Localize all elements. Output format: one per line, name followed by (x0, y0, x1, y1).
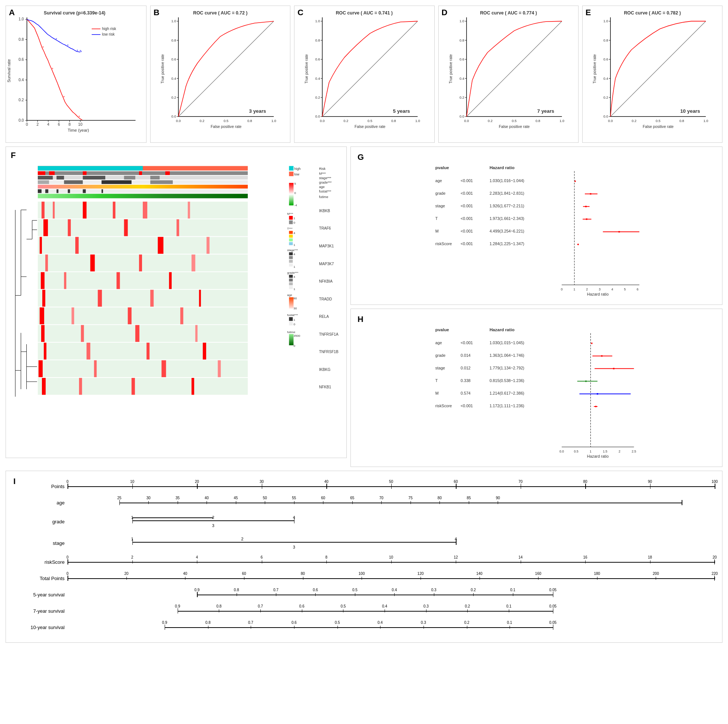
svg-rect-212 (40, 308, 44, 324)
svg-rect-213 (72, 308, 74, 324)
svg-text:1.0: 1.0 (559, 119, 564, 123)
svg-rect-207 (98, 290, 102, 307)
svg-text:0: 0 (561, 288, 563, 291)
svg-rect-140 (38, 171, 248, 175)
svg-text:4: 4 (294, 275, 295, 279)
svg-text:-4: -4 (294, 204, 297, 207)
svg-rect-274 (289, 242, 293, 245)
svg-text:True positive rate: True positive rate (593, 54, 597, 83)
svg-rect-338 (590, 193, 592, 195)
svg-text:1.973(1.661~2.343): 1.973(1.661~2.343) (489, 216, 525, 221)
svg-rect-273 (289, 239, 293, 242)
svg-text:0.2: 0.2 (488, 119, 492, 123)
svg-text:False positive rate: False positive rate (355, 125, 386, 129)
nomo-row-totalpoints: Total Points 0 20 40 60 80 100 120 140 (23, 572, 715, 585)
panel-i: I Points 0 10 20 30 (6, 471, 722, 643)
svg-rect-176 (83, 202, 86, 219)
svg-text:M***: M*** (287, 212, 294, 216)
svg-rect-229 (38, 360, 248, 377)
svg-text:0.2: 0.2 (603, 96, 608, 99)
roc-e-svg: ROC curve ( AUC = 0.782 ) 0.0 0.2 0.4 0.… (583, 6, 722, 139)
svg-text:8: 8 (69, 122, 71, 127)
panel-a-label: A (9, 8, 15, 17)
nomo-scale-10yr: 0.9 0.8 0.7 0.6 0.5 0.4 0.3 0.2 0.1 0.05 (67, 620, 715, 634)
svg-text:0.4: 0.4 (18, 78, 24, 82)
svg-rect-190 (158, 237, 163, 254)
svg-text:True positive rate: True positive rate (448, 54, 453, 83)
svg-text:stage***: stage*** (319, 176, 331, 180)
svg-text:riskScore: riskScore (435, 404, 452, 408)
svg-text:0.6: 0.6 (171, 58, 176, 61)
roc-d-svg: ROC curve ( AUC = 0.774 ) 0.0 0.2 0.4 0.… (439, 6, 578, 139)
svg-text:<0.001: <0.001 (460, 178, 473, 183)
svg-text:0.8: 0.8 (679, 119, 684, 123)
svg-rect-224 (44, 343, 46, 360)
svg-rect-167 (68, 189, 70, 193)
svg-rect-383 (585, 381, 587, 382)
svg-rect-238 (132, 378, 135, 395)
svg-text:high: high (294, 167, 300, 171)
svg-rect-260 (289, 183, 294, 205)
svg-text:3: 3 (599, 288, 600, 291)
svg-text:NFKB1: NFKB1 (319, 385, 331, 389)
svg-text:T***: T*** (287, 227, 293, 231)
svg-text:M: M (435, 391, 439, 395)
svg-rect-161 (38, 185, 248, 188)
svg-text:TRADD: TRADD (319, 297, 332, 301)
svg-text:1.0: 1.0 (315, 19, 320, 23)
svg-text:1: 1 (574, 288, 575, 291)
svg-text:<0.001: <0.001 (460, 191, 473, 196)
svg-text:low: low (294, 173, 299, 176)
forest-h-svg: pvalue Hazard ratio age <0.001 1.030(1.0… (355, 324, 718, 461)
panel-b: B ROC curve ( AUC = 0.72 ) 0.0 0.2 0.4 0… (150, 6, 291, 143)
svg-text:<0.001: <0.001 (460, 229, 473, 233)
svg-rect-165 (45, 189, 48, 193)
svg-text:grade: grade (435, 353, 445, 358)
svg-text:5: 5 (294, 182, 296, 185)
svg-text:Survival rate: Survival rate (7, 59, 11, 82)
svg-text:10 years: 10 years (680, 108, 700, 114)
svg-text:0.5: 0.5 (367, 119, 372, 123)
svg-rect-195 (90, 254, 95, 271)
svg-text:1: 1 (294, 243, 295, 246)
svg-rect-279 (289, 256, 293, 259)
svg-rect-157 (102, 180, 132, 184)
svg-rect-232 (162, 360, 166, 377)
svg-rect-237 (79, 378, 82, 395)
svg-text:0.815(0.538~1.236): 0.815(0.538~1.236) (489, 378, 525, 383)
svg-text:Hazard ratio: Hazard ratio (489, 165, 514, 170)
roc-b-svg: ROC curve ( AUC = 0.72 ) 0.0 0.2 0.4 0.6… (151, 6, 290, 139)
svg-text:fustat***: fustat*** (319, 190, 331, 193)
svg-text:False positive rate: False positive rate (643, 125, 674, 129)
svg-text:0.8: 0.8 (391, 119, 396, 123)
svg-text:grade***: grade*** (319, 181, 332, 184)
svg-text:1.363(1.064~1.746): 1.363(1.064~1.746) (489, 353, 525, 358)
svg-rect-149 (57, 176, 64, 179)
svg-text:1.030(1.016~1.044): 1.030(1.016~1.044) (489, 178, 525, 183)
svg-text:3500: 3500 (294, 334, 300, 338)
svg-rect-217 (38, 325, 248, 342)
svg-text:+: + (67, 44, 69, 47)
svg-text:0.6: 0.6 (459, 58, 464, 61)
svg-line-63 (178, 21, 274, 116)
svg-text:high risk: high risk (102, 27, 116, 31)
svg-text:0.0: 0.0 (560, 450, 564, 453)
nomo-label-5yr: 5-year survival (23, 592, 67, 597)
svg-text:<0.001: <0.001 (460, 242, 473, 246)
svg-text:1.030(1.015~1.045): 1.030(1.015~1.045) (489, 340, 525, 345)
svg-text:0: 0 (294, 344, 295, 347)
svg-rect-199 (38, 272, 248, 289)
svg-text:RELA: RELA (319, 315, 329, 318)
svg-rect-291 (289, 297, 294, 309)
svg-rect-236 (42, 378, 46, 395)
svg-text:4: 4 (612, 288, 613, 291)
svg-text:0.8: 0.8 (459, 38, 464, 42)
svg-text:0.8: 0.8 (171, 38, 176, 42)
panel-c: C ROC curve ( AUC = 0.741 ) 0.0 0.2 0.4 … (294, 6, 434, 143)
nomo-scale-stage: 1 2 3 4 (67, 534, 715, 552)
svg-text:0.8: 0.8 (18, 37, 24, 41)
svg-text:0.5: 0.5 (574, 450, 578, 453)
nomo-row-7yr: 7-year survival 0.9 0.8 0.7 0.6 0.5 0.4 … (23, 604, 715, 618)
svg-text:age: age (287, 293, 292, 297)
svg-text:0.0: 0.0 (464, 119, 469, 123)
